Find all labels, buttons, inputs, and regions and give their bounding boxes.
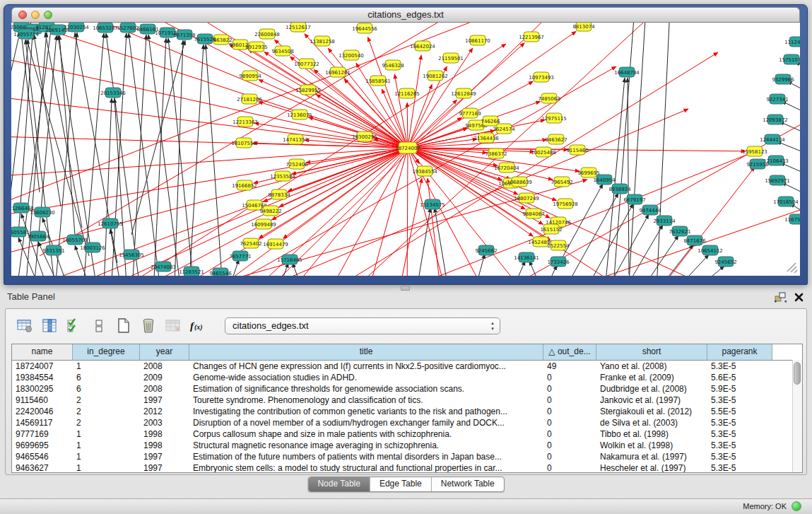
graph-node-label: 10973493 bbox=[529, 75, 554, 81]
minimize-traffic-light-icon[interactable] bbox=[31, 11, 40, 19]
table-cell: 9115460 bbox=[12, 395, 73, 406]
graph-node-label: 15958123 bbox=[742, 149, 767, 155]
column-header-out_de[interactable]: △ out_de... bbox=[543, 344, 596, 360]
tab-node-table[interactable]: Node Table bbox=[308, 477, 370, 491]
table-cell: 14569117 bbox=[12, 417, 73, 428]
graph-node-label: 7625402 bbox=[240, 241, 261, 247]
network-window[interactable]: citations_edges.txt 22600848963450812512… bbox=[4, 4, 808, 285]
table-cell: 9465546 bbox=[12, 451, 73, 462]
table-cell: 5.5E-5 bbox=[707, 406, 772, 417]
table-cell: 1 bbox=[73, 361, 140, 372]
graph-node-label: 11675358 bbox=[784, 217, 800, 223]
table-row[interactable]: 1456911722003Disruption of a novel membe… bbox=[12, 417, 802, 428]
graph-node-label: 16648784 bbox=[614, 70, 640, 76]
black-edge bbox=[471, 254, 485, 276]
graph-node-label: 18300295 bbox=[352, 134, 377, 140]
table-cell: 1 bbox=[73, 451, 140, 462]
table-cell: Franke et al. (2009) bbox=[596, 372, 707, 383]
table-body: 1872400712008Changes of HCN gene express… bbox=[12, 361, 802, 473]
graph-node-label: 9465546 bbox=[209, 271, 232, 276]
column-header-year[interactable]: year bbox=[140, 344, 189, 360]
graph-node-label: 7905664 bbox=[27, 234, 49, 240]
table-cell: 0 bbox=[543, 462, 596, 473]
close-traffic-light-icon[interactable] bbox=[18, 11, 27, 19]
table-cell: Wolkin et al. (1998) bbox=[596, 440, 707, 451]
table-row[interactable]: 1830029562008Estimation of significance … bbox=[12, 383, 802, 395]
table-cell: 0 bbox=[543, 406, 596, 417]
graph-node-label: 9699695 bbox=[577, 170, 599, 176]
new-table-icon[interactable] bbox=[114, 317, 133, 334]
table-row[interactable]: 977716911998Corpus callosum shape and si… bbox=[12, 428, 802, 440]
table-row[interactable]: 1938455462009Genome-wide association stu… bbox=[12, 372, 802, 383]
black-edge bbox=[27, 40, 89, 256]
column-header-in_degree[interactable]: in_degree bbox=[73, 344, 140, 360]
black-edge bbox=[59, 35, 75, 235]
graph-node-label: 18807249 bbox=[514, 196, 539, 201]
graph-node-label: 19166852 bbox=[232, 183, 257, 189]
graph-node-label: 15134575 bbox=[420, 202, 445, 208]
graph-node-label: 8938924 bbox=[608, 187, 631, 192]
table-row[interactable]: 946362711997Embryonic stem cells: a mode… bbox=[12, 462, 802, 473]
table-cell: 0 bbox=[543, 428, 596, 440]
red-edge bbox=[408, 148, 533, 236]
merge-rows-icon[interactable] bbox=[90, 317, 108, 334]
table-row[interactable]: 969969511998Structural magnetic resonanc… bbox=[12, 440, 802, 451]
graph-node-label: 7657771 bbox=[229, 254, 251, 259]
table-row[interactable]: 946554611997Estimation of the future num… bbox=[12, 451, 802, 462]
network-window-titlebar[interactable]: citations_edges.txt bbox=[11, 7, 800, 23]
column-header-pagerank[interactable]: pagerank bbox=[707, 344, 772, 360]
black-edge bbox=[529, 261, 548, 276]
table-cell: 5.3E-5 bbox=[707, 440, 772, 451]
table-row[interactable]: 2242004622012Investigating the contribut… bbox=[12, 406, 802, 417]
graph-node-label: 9329966 bbox=[772, 77, 794, 83]
graph-node-label: 9498222 bbox=[259, 209, 281, 214]
table-cell: 5.3E-5 bbox=[707, 451, 772, 462]
resize-grip-icon[interactable] bbox=[787, 263, 797, 273]
table-settings-icon[interactable] bbox=[16, 317, 34, 334]
table-cell: Genome-wide association studies in ADHD. bbox=[189, 372, 543, 383]
graph-node-label: 16914479 bbox=[263, 242, 288, 247]
graph-node-label: 22600848 bbox=[254, 32, 280, 37]
graph-node-label: 15751074 bbox=[779, 57, 800, 63]
zoom-traffic-light-icon[interactable] bbox=[44, 11, 52, 19]
delete-rows-trash-icon[interactable] bbox=[139, 317, 158, 334]
table-cell: 2008 bbox=[140, 383, 189, 395]
vertical-scrollbar[interactable] bbox=[792, 360, 802, 472]
table-cell: Disruption of a novel member of a sodium… bbox=[189, 417, 543, 428]
red-edge bbox=[279, 148, 408, 207]
table-select-dropdown[interactable]: citations_edges.txt ▲▼ bbox=[225, 317, 500, 334]
table-row[interactable]: 1872400712008Changes of HCN gene express… bbox=[12, 361, 802, 372]
table-cell: Tibbo et al. (1998) bbox=[596, 428, 707, 440]
network-canvas[interactable]: 2260084896345081251261710077322113812581… bbox=[11, 23, 800, 276]
check-rows-icon[interactable] bbox=[65, 317, 83, 334]
table-header-row: namein_degreeyeartitle△ out_de...shortpa… bbox=[12, 344, 802, 361]
graph-node-label: 10654112 bbox=[698, 248, 723, 254]
black-edge bbox=[106, 33, 139, 276]
column-header-title[interactable]: title bbox=[189, 344, 543, 360]
float-window-icon[interactable] bbox=[775, 292, 787, 305]
table-cell: Stergiakouli et al. (2012) bbox=[596, 406, 707, 417]
tab-network-table[interactable]: Network Table bbox=[432, 477, 504, 491]
table-row[interactable]: 911546021997Tourette syndrome. Phenomeno… bbox=[12, 395, 802, 406]
graph-node-label: 10653287 bbox=[93, 25, 118, 31]
table-cell: Dudbridge et al. (2008) bbox=[596, 383, 707, 395]
status-bar: Memory: OK bbox=[0, 498, 812, 514]
function-builder-icon[interactable]: f (x) bbox=[189, 317, 207, 334]
table-cell: Jankovic et al. (1997) bbox=[596, 395, 707, 406]
table-cell: 18724007 bbox=[12, 361, 73, 372]
graph-node-label: 18724007 bbox=[395, 146, 420, 151]
column-header-name[interactable]: name bbox=[12, 344, 73, 360]
red-edge bbox=[408, 100, 457, 148]
graph-node-label: 12213363 bbox=[233, 119, 258, 125]
table-cell: 5.3E-5 bbox=[707, 361, 772, 372]
graph-node-label: 8912935 bbox=[245, 45, 267, 50]
graph-node-label: 11381258 bbox=[310, 39, 335, 45]
table-cell: 5.3E-5 bbox=[707, 462, 772, 473]
tab-edge-table[interactable]: Edge Table bbox=[370, 477, 432, 491]
black-edge bbox=[11, 33, 20, 164]
close-panel-icon[interactable] bbox=[794, 292, 804, 305]
column-header-short[interactable]: short bbox=[596, 344, 707, 360]
select-columns-icon[interactable] bbox=[40, 317, 59, 334]
table-cell: 6 bbox=[73, 383, 140, 395]
scrollbar-thumb[interactable] bbox=[794, 362, 801, 385]
